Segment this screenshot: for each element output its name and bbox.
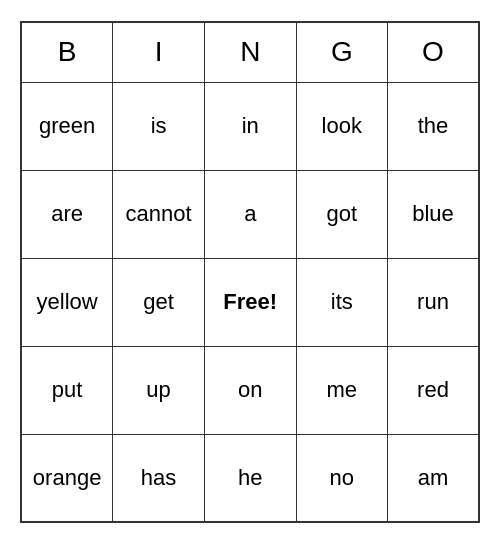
bingo-cell: he (204, 434, 296, 522)
bingo-cell: in (204, 82, 296, 170)
bingo-cell: put (21, 346, 113, 434)
bingo-header-cell: B (21, 22, 113, 82)
bingo-cell: got (296, 170, 387, 258)
bingo-cell: green (21, 82, 113, 170)
bingo-cell: yellow (21, 258, 113, 346)
bingo-header-row: BINGO (21, 22, 479, 82)
bingo-header-cell: O (388, 22, 480, 82)
bingo-cell: cannot (113, 170, 205, 258)
bingo-cell: run (388, 258, 480, 346)
bingo-cell: its (296, 258, 387, 346)
bingo-header-cell: G (296, 22, 387, 82)
bingo-cell: am (388, 434, 480, 522)
bingo-header-cell: I (113, 22, 205, 82)
bingo-cell: red (388, 346, 480, 434)
bingo-cell: orange (21, 434, 113, 522)
bingo-cell: the (388, 82, 480, 170)
bingo-cell: up (113, 346, 205, 434)
bingo-header-cell: N (204, 22, 296, 82)
bingo-card: BINGO greenisinlookthearecannotagotbluey… (20, 21, 480, 523)
bingo-row: yellowgetFree!itsrun (21, 258, 479, 346)
bingo-cell: look (296, 82, 387, 170)
bingo-cell: get (113, 258, 205, 346)
bingo-cell: a (204, 170, 296, 258)
bingo-row: putuponmered (21, 346, 479, 434)
bingo-row: orangehashenoam (21, 434, 479, 522)
bingo-cell: no (296, 434, 387, 522)
bingo-cell: me (296, 346, 387, 434)
bingo-cell: is (113, 82, 205, 170)
bingo-cell: has (113, 434, 205, 522)
bingo-cell: are (21, 170, 113, 258)
bingo-row: arecannotagotblue (21, 170, 479, 258)
bingo-row: greenisinlookthe (21, 82, 479, 170)
bingo-cell: Free! (204, 258, 296, 346)
bingo-cell: blue (388, 170, 480, 258)
bingo-cell: on (204, 346, 296, 434)
